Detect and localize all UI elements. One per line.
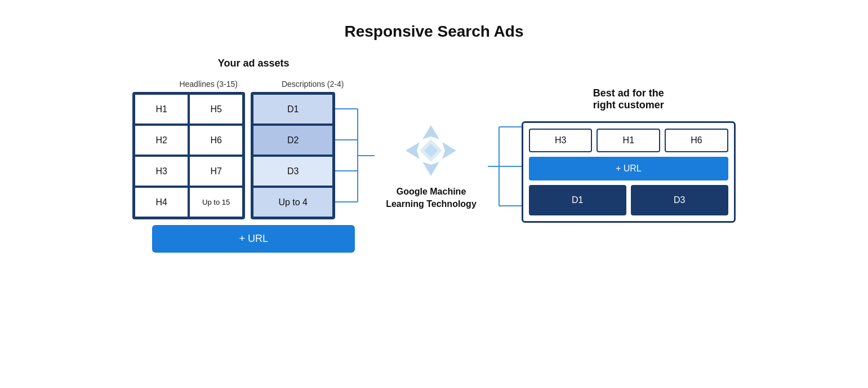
ml-icon	[403, 122, 459, 179]
headline-cell: H4	[134, 187, 189, 218]
assets-section-title: Your ad assets	[218, 58, 290, 69]
result-ad: H3 H1 H6 + URL D1 D3	[522, 121, 736, 223]
headline-cell: H7	[189, 156, 243, 187]
result-url: + URL	[529, 157, 728, 180]
description-cell-d1: D1	[252, 94, 333, 125]
headlines-label: Headlines (3-15)	[152, 80, 265, 89]
result-headline-h1: H1	[597, 129, 660, 152]
svg-marker-6	[422, 125, 439, 139]
result-headlines-row: H3 H1 H6	[529, 129, 728, 152]
headline-cell: H1	[134, 94, 189, 125]
ml-section: Google MachineLearning Technology	[386, 122, 477, 211]
main-content: Your ad assets Headlines (3-15) Descript…	[0, 58, 868, 253]
svg-marker-7	[442, 142, 456, 159]
asset-columns: H1 H5 H2 H6 H3 H7 H4 Up to 15 D1 D2 D3 U…	[132, 92, 375, 219]
page-title: Responsive Search Ads	[345, 23, 524, 41]
svg-marker-8	[422, 162, 439, 176]
desc-connector-group: D1 D2 D3 Up to 4	[245, 92, 375, 219]
ml-label: Google MachineLearning Technology	[386, 186, 477, 211]
headline-cell: H3	[134, 156, 189, 187]
headlines-grid: H1 H5 H2 H6 H3 H7 H4 Up to 15	[132, 92, 245, 219]
description-cell-d2: D2	[252, 125, 333, 156]
headline-cell-upto15: Up to 15	[189, 187, 243, 218]
result-headline-h6: H6	[665, 129, 728, 152]
headline-cell: H5	[189, 94, 243, 125]
result-section-title: Best ad for theright customer	[522, 87, 736, 111]
result-descriptions-row: D1 D3	[529, 185, 728, 215]
result-section: Best ad for theright customer H3 H1 H6 +…	[522, 87, 736, 223]
descriptions-grid: D1 D2 D3 Up to 4	[251, 92, 335, 219]
result-desc-d1: D1	[529, 185, 626, 215]
headline-cell: H6	[189, 125, 243, 156]
svg-marker-9	[406, 142, 420, 159]
left-connector-svg	[335, 94, 375, 218]
assets-section: Your ad assets Headlines (3-15) Descript…	[132, 58, 375, 253]
right-connector-svg	[488, 104, 522, 228]
result-title-line2: right customer	[593, 99, 664, 111]
result-desc-d3: D3	[631, 185, 728, 215]
url-button[interactable]: + URL	[152, 225, 355, 253]
description-cell-d3: D3	[252, 156, 333, 187]
descriptions-label: Descriptions (2-4)	[270, 80, 355, 89]
description-cell-upto4: Up to 4	[252, 187, 333, 218]
headline-cell: H2	[134, 125, 189, 156]
result-headline-h3: H3	[529, 129, 593, 152]
